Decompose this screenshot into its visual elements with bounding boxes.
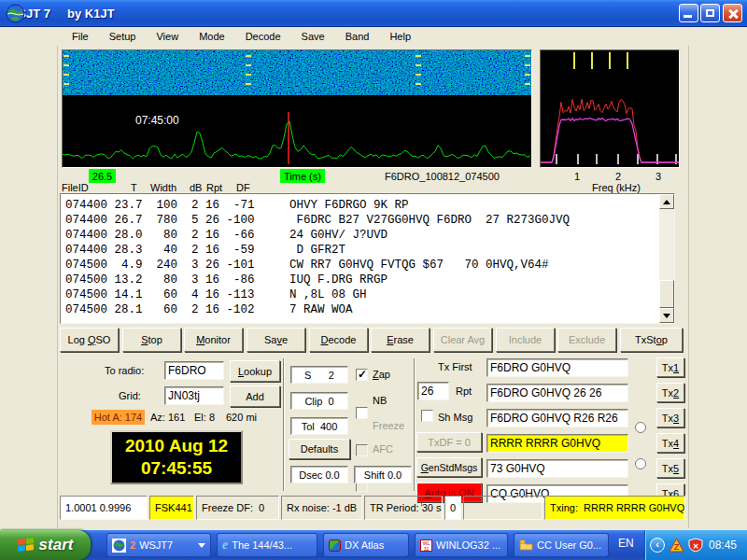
clock-time: 07:45:55 bbox=[141, 457, 212, 480]
menu-help[interactable]: Help bbox=[379, 29, 421, 44]
security-alert-icon[interactable]: ✕ bbox=[688, 538, 703, 553]
folder-icon bbox=[519, 539, 533, 551]
windows-logo-icon bbox=[18, 538, 35, 553]
rpt-input[interactable]: 26 bbox=[417, 382, 449, 400]
utc-clock: 2010 Aug 12 07:45:55 bbox=[110, 430, 243, 484]
spectrum-display bbox=[540, 49, 680, 168]
tx4-message-field[interactable]: RRRR RRRR G0HVQ bbox=[486, 434, 628, 453]
restore-icon bbox=[706, 9, 714, 17]
zap-checkbox[interactable] bbox=[356, 369, 368, 381]
save-button[interactable]: Save bbox=[247, 328, 305, 352]
tx1-radio[interactable] bbox=[635, 422, 646, 433]
sync-marker-icon bbox=[63, 55, 69, 57]
decode-row: 074400 28.3 40 2 16 -59 D GFR2T bbox=[65, 244, 345, 257]
add-button[interactable]: Add bbox=[230, 385, 280, 407]
header-t: T bbox=[131, 182, 137, 193]
rpt-label: Rpt bbox=[456, 385, 472, 397]
task-dx-atlas[interactable]: DX Atlas bbox=[323, 533, 409, 557]
sync-threshold-box[interactable]: S 2 bbox=[290, 366, 348, 384]
erase-button[interactable]: Erase bbox=[371, 328, 430, 352]
waterfall-display: 07:45:00 bbox=[62, 49, 532, 168]
wav-file-name: F6DRO_100812_074500 bbox=[385, 171, 500, 182]
task-winlog32[interactable]: WL 32 WINLOG32 ... bbox=[415, 533, 508, 557]
status-freeze-df: Freeze DF: 0 bbox=[196, 496, 279, 520]
decode-scrollbar[interactable] bbox=[659, 194, 674, 323]
decode-text-area[interactable]: 074400 23.7 100 2 16 -71 OHVY F6DRGO 9K … bbox=[60, 193, 675, 324]
taskbar: start 2 WSJT7 e The 144/43... DX Atlas W… bbox=[0, 530, 747, 560]
start-label: start bbox=[39, 536, 74, 554]
minimize-icon bbox=[684, 15, 692, 18]
ie-icon: e bbox=[222, 538, 228, 553]
menu-band[interactable]: Band bbox=[335, 29, 380, 44]
status-mode: FSK441 bbox=[149, 496, 194, 520]
header-width: Width bbox=[150, 182, 176, 193]
tx5-message-field[interactable]: 73 G0HVQ bbox=[486, 459, 628, 478]
window-titlebar: WSJT 7 by K1JT bbox=[0, 0, 747, 27]
menu-file[interactable]: File bbox=[62, 29, 99, 44]
task-cc-user[interactable]: CC User G0... bbox=[514, 533, 609, 557]
dsec-box[interactable]: Dsec 0.0 bbox=[290, 466, 348, 483]
shift-box[interactable]: Shift 0.0 bbox=[354, 466, 412, 483]
header-rpt: Rpt bbox=[206, 182, 222, 193]
log-qso-button[interactable]: Log QSO bbox=[60, 328, 119, 352]
start-button[interactable]: start bbox=[0, 530, 91, 560]
tx1-button[interactable]: Tx1 bbox=[656, 357, 684, 377]
hot-a-indicator: Hot A: 174 bbox=[92, 410, 145, 425]
waterfall-noise bbox=[63, 50, 531, 95]
scroll-down-button[interactable] bbox=[659, 308, 674, 323]
task-wsjt7[interactable]: 2 WSJT7 bbox=[106, 533, 211, 557]
status-spare bbox=[463, 496, 543, 520]
minimize-button[interactable] bbox=[679, 4, 698, 22]
level-indicator: 26.5 bbox=[89, 169, 116, 183]
status-calibration: 1.0001 0.9996 bbox=[60, 496, 148, 520]
tx2-button[interactable]: Tx2 bbox=[656, 383, 684, 402]
clip-box[interactable]: Clip 0 bbox=[290, 392, 348, 410]
txstop-button[interactable]: TxStop bbox=[620, 328, 683, 352]
menu-view[interactable]: View bbox=[146, 29, 189, 44]
lookup-button[interactable]: Lookup bbox=[230, 360, 280, 382]
tx1-message-field[interactable]: F6DRO G0HVQ bbox=[486, 358, 628, 377]
tx3-message-field[interactable]: F6DRO G0HVQ R26 R26 bbox=[486, 409, 628, 427]
grid-input[interactable]: JN03tj bbox=[164, 386, 224, 405]
include-button: Include bbox=[496, 328, 555, 352]
winlog32-icon: WL 32 bbox=[420, 539, 432, 552]
tx5-button[interactable]: Tx5 bbox=[656, 458, 684, 478]
task-browser[interactable]: e The 144/43... bbox=[217, 533, 317, 557]
close-button[interactable] bbox=[723, 4, 742, 22]
menu-mode[interactable]: Mode bbox=[189, 29, 235, 44]
defaults-button[interactable]: Defaults bbox=[289, 439, 350, 459]
svg-text:✕: ✕ bbox=[693, 542, 699, 551]
menu-save[interactable]: Save bbox=[291, 29, 335, 44]
clear-avg-button: Clear Avg bbox=[433, 328, 492, 352]
tx2-radio[interactable] bbox=[635, 458, 646, 469]
restore-button[interactable] bbox=[700, 4, 720, 22]
scroll-up-button[interactable] bbox=[659, 194, 674, 209]
to-radio-input[interactable]: F6DRO bbox=[164, 361, 224, 380]
freeze-label: Freeze bbox=[373, 420, 404, 431]
exclude-button: Exclude bbox=[557, 328, 616, 352]
decode-row: 074400 23.7 100 2 16 -71 OHVY F6DRGO 9K … bbox=[65, 199, 409, 212]
tx2-message-field[interactable]: F6DRO G0HVQ 26 26 bbox=[486, 384, 628, 402]
menu-decode[interactable]: Decode bbox=[235, 29, 291, 44]
zonealarm-icon[interactable]: Z bbox=[669, 538, 684, 553]
tx3-button[interactable]: Tx3 bbox=[656, 408, 684, 427]
monitor-button[interactable]: Monitor bbox=[184, 328, 243, 352]
status-rx-noise: Rx noise: -1 dB bbox=[281, 496, 362, 520]
gen-std-msgs-button[interactable]: GenStdMsgs bbox=[416, 457, 482, 477]
tx4-button[interactable]: Tx4 bbox=[656, 433, 684, 453]
status-tr-period: TR Period: 30 s bbox=[364, 496, 443, 520]
header-fileid: FileID bbox=[62, 182, 89, 193]
nb-checkbox[interactable] bbox=[356, 407, 368, 419]
decode-row: 074400 28.0 80 2 16 -66 24 G0HV/ J?UVD bbox=[65, 229, 388, 242]
language-indicator[interactable]: EN bbox=[618, 537, 634, 550]
menu-setup[interactable]: Setup bbox=[99, 29, 147, 44]
decode-button[interactable]: Decode bbox=[309, 328, 368, 352]
panel-separator bbox=[283, 358, 285, 491]
waterfall-trace bbox=[63, 95, 531, 167]
hide-icons-button[interactable]: ‹ bbox=[650, 538, 665, 553]
tx-first-checkbox[interactable] bbox=[421, 410, 433, 422]
stop-button[interactable]: Stop bbox=[122, 328, 181, 352]
tolerance-box[interactable]: Tol 400 bbox=[290, 417, 348, 435]
scrollbar-thumb[interactable] bbox=[659, 280, 674, 308]
freeze-checkbox bbox=[356, 444, 368, 456]
